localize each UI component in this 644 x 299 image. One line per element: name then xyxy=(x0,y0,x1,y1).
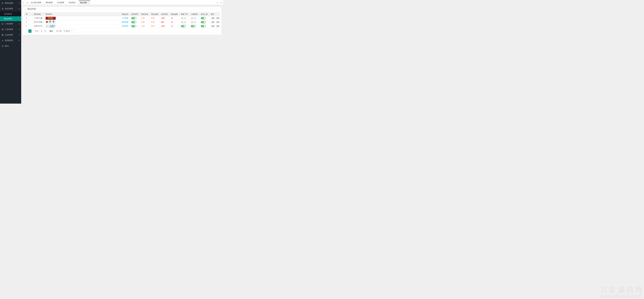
product-sales: 16 xyxy=(170,16,179,20)
home-icon xyxy=(26,1,28,3)
product-image[interactable]: 核狼 xyxy=(46,21,56,23)
col-header-freight: 商品运费 xyxy=(150,12,160,16)
total-count-label: 共 3 条 xyxy=(56,30,62,32)
prev-page-button[interactable]: ‹ xyxy=(26,30,28,32)
chevron-down-icon xyxy=(19,23,20,24)
toggle-knob xyxy=(204,21,206,23)
card-title-bar: 商品列表 xyxy=(23,7,221,11)
product-management-submenu: 添加商品 商品列表 xyxy=(0,11,21,21)
edit-button[interactable]: 编辑 xyxy=(211,17,215,19)
network-info-toggle[interactable]: 关闭 xyxy=(191,17,196,19)
toggle-knob xyxy=(181,21,183,23)
toggle-label: 是 xyxy=(132,17,134,19)
category-link[interactable]: 天猫优选 xyxy=(122,25,128,27)
close-icon[interactable]: × xyxy=(54,2,54,3)
tab-menu-dropdown[interactable] xyxy=(219,0,223,4)
col-header-quantity-order: 数量下单 xyxy=(179,12,189,16)
quantity-order-toggle[interactable]: 关闭 xyxy=(181,17,186,19)
svg-text:?: ? xyxy=(2,23,3,24)
sidebar-subitem-product-list[interactable]: 商品列表 xyxy=(0,16,21,21)
delete-button[interactable]: 删除 xyxy=(216,25,220,27)
col-header-category: 所属分类 xyxy=(120,12,130,16)
goto-page-label: 到第 xyxy=(35,30,38,32)
tab-site-config[interactable]: 网站配置 × xyxy=(44,0,56,4)
cart-icon xyxy=(2,8,4,10)
quantity-order-toggle[interactable]: 开启 xyxy=(181,25,186,27)
sidebar-item-product-management[interactable]: 商品管理 xyxy=(0,6,21,11)
recommend-toggle[interactable]: 是 xyxy=(131,21,136,23)
page-size-select[interactable]: 10 条/页 xyxy=(62,29,73,32)
toggle-knob xyxy=(204,25,206,27)
col-header-actions: 操作 xyxy=(209,12,220,16)
ticket-icon: ? xyxy=(2,23,4,25)
col-header-id: ID xyxy=(24,12,32,16)
product-id: 1 xyxy=(24,24,32,28)
toggle-label: 关闭 xyxy=(183,17,186,19)
product-image[interactable] xyxy=(46,25,56,27)
sidebar-item-orders[interactable]: 订单管理 xyxy=(0,27,21,32)
on-shelf-toggle[interactable]: 上架 xyxy=(201,25,206,27)
delete-button[interactable]: 删除 xyxy=(216,17,220,19)
pulse-icon xyxy=(2,39,4,42)
recommend-toggle[interactable]: 是 xyxy=(131,25,136,27)
close-icon[interactable]: × xyxy=(76,2,77,3)
sidebar-subitem-add-product[interactable]: 添加商品 xyxy=(0,11,21,16)
page-title: 商品列表 xyxy=(28,8,36,10)
chevron-down-icon xyxy=(19,29,20,30)
tab-product-list[interactable]: 商品列表 × xyxy=(79,0,90,4)
product-price: 1.00 xyxy=(140,24,150,28)
network-info-toggle[interactable]: 关闭 xyxy=(191,21,196,23)
home-tab[interactable] xyxy=(25,0,30,4)
toggle-knob xyxy=(184,25,186,27)
category-link[interactable]: 人气销量 xyxy=(122,17,128,19)
product-freight: 6.00 xyxy=(150,20,160,24)
recommend-toggle[interactable]: 是 xyxy=(131,17,136,19)
sidebar: 系统设置 商品管理 添加商品 商品列表 ? 工单管理 订单管理 xyxy=(0,0,21,104)
table-row: 1 女童牛仔长... 天猫优选 是 1.00 6.00 1000 12 xyxy=(24,24,220,28)
collapse-tabs-icon[interactable]: « xyxy=(21,0,25,4)
current-page-button[interactable]: 1 xyxy=(28,29,32,33)
next-page-button[interactable]: › xyxy=(32,30,34,32)
product-table: ID 商品名称 商品图片 所属分类 是否推荐 商品价格 商品运费 当前库存 商品… xyxy=(24,12,220,28)
chevron-down-icon xyxy=(19,3,20,3)
tab-sms-config[interactable]: 短信配置 × xyxy=(56,0,67,4)
close-icon[interactable]: × xyxy=(42,2,43,3)
product-stock: 1000 xyxy=(160,24,170,28)
chevron-down-icon xyxy=(19,40,20,41)
tab-add-product[interactable]: 添加商品 × xyxy=(67,0,79,4)
product-image[interactable]: 买1送1 八爪鱼大爆头 买4发10罐 xyxy=(46,17,56,20)
close-icon[interactable]: × xyxy=(88,2,89,3)
tab-payment-config[interactable]: 支付接口配置 × xyxy=(30,0,44,4)
on-shelf-toggle[interactable]: 上架 xyxy=(201,21,206,23)
product-name: 初中学生夏... xyxy=(32,20,44,24)
category-link[interactable]: 超值捡漏 xyxy=(122,21,128,23)
close-icon[interactable]: × xyxy=(65,2,66,3)
edit-button[interactable]: 编辑 xyxy=(211,21,215,23)
globe-icon xyxy=(2,34,4,36)
quantity-order-toggle[interactable]: 关闭 xyxy=(181,21,186,23)
on-shelf-toggle[interactable]: 上架 xyxy=(201,17,206,19)
goto-page-input[interactable] xyxy=(40,29,44,32)
col-header-on-shelf: 是否上架 xyxy=(199,12,209,16)
toggle-knob xyxy=(181,17,183,19)
col-header-name: 商品名称 xyxy=(32,12,44,16)
product-sales: 24 xyxy=(170,20,179,24)
confirm-button[interactable]: 确定 xyxy=(48,29,54,32)
toggle-label: 关闭 xyxy=(193,17,196,19)
tab-bar-spacer xyxy=(90,0,215,4)
sidebar-item-work-orders[interactable]: ? 工单管理 xyxy=(0,21,21,27)
sidebar-item-logout[interactable]: 退出 xyxy=(0,43,21,49)
network-info-toggle[interactable]: 开启 xyxy=(191,25,196,27)
chevron-down-icon xyxy=(19,35,20,35)
tab-overflow-icon[interactable]: » xyxy=(215,0,219,4)
pagination: ‹ 1 › 到第 页 确定 共 3 条 10 条/页 xyxy=(24,29,220,33)
edit-button[interactable]: 编辑 xyxy=(211,25,215,27)
sidebar-item-withdrawals[interactable]: 提现管理 xyxy=(0,38,21,43)
sidebar-item-system-settings[interactable]: 系统设置 xyxy=(0,0,21,6)
delete-button[interactable]: 删除 xyxy=(216,21,220,23)
toggle-knob xyxy=(191,17,193,19)
toggle-label: 是 xyxy=(132,25,134,27)
product-name: 女童牛仔长... xyxy=(32,24,44,28)
gear-icon xyxy=(2,2,4,4)
sidebar-item-substations[interactable]: 分站管理 xyxy=(0,32,21,38)
